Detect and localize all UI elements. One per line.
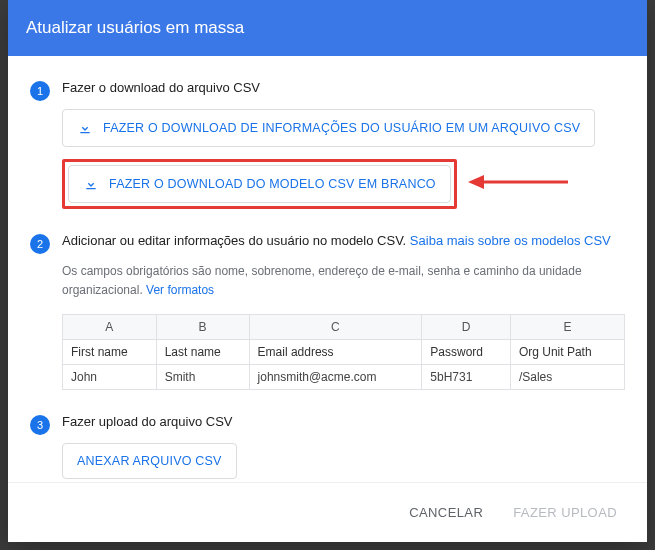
cell: 5bH731 bbox=[422, 365, 511, 390]
highlight-box: FAZER O DOWNLOAD DO MODELO CSV EM BRANCO bbox=[62, 159, 457, 209]
download-blank-template-button[interactable]: FAZER O DOWNLOAD DO MODELO CSV EM BRANCO bbox=[68, 165, 451, 203]
field-header: Email address bbox=[249, 340, 422, 365]
view-formats-link[interactable]: Ver formatos bbox=[146, 283, 214, 297]
bulk-update-dialog: Atualizar usuários em massa 1 Fazer o do… bbox=[8, 0, 647, 542]
attach-csv-button[interactable]: ANEXAR ARQUIVO CSV bbox=[62, 443, 237, 479]
step-number: 2 bbox=[30, 234, 50, 254]
download-user-info-button[interactable]: FAZER O DOWNLOAD DE INFORMAÇÕES DO USUÁR… bbox=[62, 109, 595, 147]
field-header: Org Unit Path bbox=[510, 340, 624, 365]
cell: /Sales bbox=[510, 365, 624, 390]
dialog-title: Atualizar usuários em massa bbox=[8, 0, 647, 56]
table-row: A B C D E bbox=[63, 315, 625, 340]
field-header: Last name bbox=[156, 340, 249, 365]
download-user-info-label: FAZER O DOWNLOAD DE INFORMAÇÕES DO USUÁR… bbox=[103, 121, 580, 135]
download-blank-template-label: FAZER O DOWNLOAD DO MODELO CSV EM BRANCO bbox=[109, 177, 436, 191]
col-header: E bbox=[510, 315, 624, 340]
table-row: First name Last name Email address Passw… bbox=[63, 340, 625, 365]
field-header: First name bbox=[63, 340, 157, 365]
desc-text: Os campos obrigatórios são nome, sobreno… bbox=[62, 264, 582, 297]
step-1: 1 Fazer o download do arquivo CSV FAZER … bbox=[30, 80, 625, 209]
step-number: 1 bbox=[30, 81, 50, 101]
step-2: 2 Adicionar ou editar informações do usu… bbox=[30, 233, 625, 390]
dialog-body: 1 Fazer o download do arquivo CSV FAZER … bbox=[8, 56, 647, 482]
step-1-title: Fazer o download do arquivo CSV bbox=[62, 80, 625, 95]
svg-marker-1 bbox=[468, 175, 484, 189]
col-header: A bbox=[63, 315, 157, 340]
step-3-content: Fazer upload do arquivo CSV ANEXAR ARQUI… bbox=[62, 414, 625, 482]
annotation-arrow bbox=[468, 172, 568, 196]
col-header: D bbox=[422, 315, 511, 340]
attach-csv-label: ANEXAR ARQUIVO CSV bbox=[77, 454, 222, 468]
cancel-button[interactable]: CANCELAR bbox=[401, 497, 491, 528]
col-header: C bbox=[249, 315, 422, 340]
step-3: 3 Fazer upload do arquivo CSV ANEXAR ARQ… bbox=[30, 414, 625, 482]
step-2-description: Os campos obrigatórios são nome, sobreno… bbox=[62, 262, 625, 300]
learn-more-link[interactable]: Saiba mais sobre os modelos CSV bbox=[410, 233, 611, 248]
step-3-title: Fazer upload do arquivo CSV bbox=[62, 414, 625, 429]
cell: Smith bbox=[156, 365, 249, 390]
step-number: 3 bbox=[30, 415, 50, 435]
download-icon bbox=[77, 120, 93, 136]
step-2-title-text: Adicionar ou editar informações do usuár… bbox=[62, 233, 406, 248]
step-2-content: Adicionar ou editar informações do usuár… bbox=[62, 233, 625, 390]
field-header: Password bbox=[422, 340, 511, 365]
upload-button[interactable]: FAZER UPLOAD bbox=[505, 497, 625, 528]
csv-template-table: A B C D E First name Last name Email add… bbox=[62, 314, 625, 390]
dialog-footer: CANCELAR FAZER UPLOAD bbox=[8, 482, 647, 542]
col-header: B bbox=[156, 315, 249, 340]
step-1-content: Fazer o download do arquivo CSV FAZER O … bbox=[62, 80, 625, 209]
download-icon bbox=[83, 176, 99, 192]
cell: John bbox=[63, 365, 157, 390]
cell: johnsmith@acme.com bbox=[249, 365, 422, 390]
step-2-title: Adicionar ou editar informações do usuár… bbox=[62, 233, 625, 248]
table-row: John Smith johnsmith@acme.com 5bH731 /Sa… bbox=[63, 365, 625, 390]
